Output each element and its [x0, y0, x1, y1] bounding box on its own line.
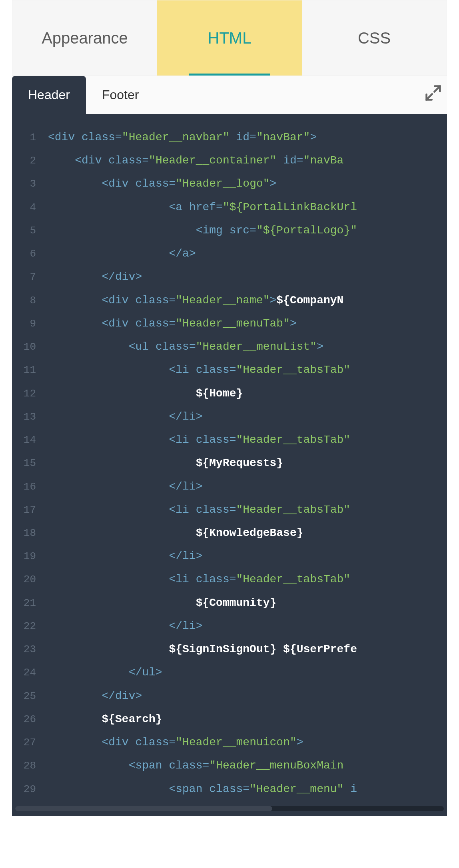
tab-appearance[interactable]: Appearance	[12, 0, 157, 76]
line-number: 3	[12, 173, 48, 195]
line-number: 9	[12, 313, 48, 334]
code-line[interactable]: 20 <li class="Header__tabsTab"	[12, 568, 447, 591]
horizontal-scrollbar[interactable]	[12, 805, 447, 816]
expand-icon[interactable]	[424, 84, 442, 102]
tab-html[interactable]: HTML	[157, 0, 302, 76]
code-line[interactable]: 5 <img src="${PortalLogo}"	[12, 219, 447, 242]
line-content: </li>	[48, 405, 202, 428]
line-number: 27	[12, 732, 48, 753]
line-content: ${SignInSignOut} ${UserPrefe	[48, 638, 357, 661]
line-number: 20	[12, 569, 48, 590]
line-content: ${MyRequests}	[48, 452, 283, 475]
code-line[interactable]: 27 <div class="Header__menuicon">	[12, 731, 447, 754]
line-number: 29	[12, 778, 48, 800]
code-line[interactable]: 4 <a href="${PortalLinkBackUrl	[12, 196, 447, 219]
code-line[interactable]: 9 <div class="Header__menuTab">	[12, 312, 447, 335]
code-line[interactable]: 23 ${SignInSignOut} ${UserPrefe	[12, 638, 447, 661]
line-number: 16	[12, 476, 48, 498]
line-number: 26	[12, 709, 48, 730]
code-line[interactable]: 12 ${Home}	[12, 382, 447, 405]
line-content: </li>	[48, 475, 202, 498]
code-line[interactable]: 15 ${MyRequests}	[12, 452, 447, 475]
line-content: <li class="Header__tabsTab"	[48, 568, 350, 591]
sub-tab-header[interactable]: Header	[12, 76, 86, 114]
line-content: </div>	[48, 265, 142, 289]
line-number: 15	[12, 452, 48, 474]
line-number: 6	[12, 243, 48, 265]
code-line[interactable]: 25 </div>	[12, 685, 447, 708]
line-content: ${KnowledgeBase}	[48, 522, 303, 545]
code-line[interactable]: 2 <div class="Header__container" id="nav…	[12, 149, 447, 172]
code-line[interactable]: 1<div class="Header__navbar" id="navBar"…	[12, 126, 447, 149]
line-content: <img src="${PortalLogo}"	[48, 219, 357, 242]
code-line[interactable]: 11 <li class="Header__tabsTab"	[12, 358, 447, 382]
code-editor[interactable]: 1<div class="Header__navbar" id="navBar"…	[12, 114, 447, 816]
code-line[interactable]: 29 <span class="Header__menu" i	[12, 778, 447, 801]
line-content: <div class="Header__logo">	[48, 172, 276, 195]
line-number: 4	[12, 197, 48, 218]
line-number: 11	[12, 359, 48, 381]
line-number: 28	[12, 755, 48, 776]
code-line[interactable]: 13 </li>	[12, 405, 447, 428]
sub-tabs: Header Footer	[12, 76, 447, 114]
line-content: <div class="Header__menuicon">	[48, 731, 303, 754]
code-line[interactable]: 8 <div class="Header__name">${CompanyN	[12, 289, 447, 312]
line-number: 24	[12, 662, 48, 683]
line-content: ${Community}	[48, 591, 276, 615]
line-content: ${Home}	[48, 382, 243, 405]
line-content: <li class="Header__tabsTab"	[48, 428, 350, 452]
line-number: 8	[12, 290, 48, 311]
line-number: 14	[12, 429, 48, 451]
code-line[interactable]: 28 <span class="Header__menuBoxMain	[12, 754, 447, 777]
code-line[interactable]: 3 <div class="Header__logo">	[12, 172, 447, 195]
line-content: <div class="Header__menuTab">	[48, 312, 297, 335]
line-content: </div>	[48, 685, 142, 708]
line-content: </ul>	[48, 661, 162, 684]
code-line[interactable]: 21 ${Community}	[12, 591, 447, 615]
line-content: </a>	[48, 242, 196, 265]
main-tabs: Appearance HTML CSS	[12, 0, 447, 76]
line-content: <ul class="Header__menuList">	[48, 335, 323, 358]
code-line[interactable]: 14 <li class="Header__tabsTab"	[12, 428, 447, 452]
line-number: 12	[12, 383, 48, 404]
code-line[interactable]: 22 </li>	[12, 615, 447, 638]
line-content: ${Search}	[48, 708, 162, 731]
line-content: </li>	[48, 615, 202, 638]
code-line[interactable]: 17 <li class="Header__tabsTab"	[12, 498, 447, 522]
line-number: 19	[12, 545, 48, 567]
sub-tab-footer[interactable]: Footer	[86, 76, 155, 114]
line-number: 17	[12, 499, 48, 521]
code-line[interactable]: 18 ${KnowledgeBase}	[12, 522, 447, 545]
line-number: 7	[12, 266, 48, 288]
line-number: 22	[12, 615, 48, 637]
line-number: 18	[12, 522, 48, 544]
line-number: 23	[12, 639, 48, 660]
line-number: 2	[12, 150, 48, 171]
line-number: 10	[12, 336, 48, 358]
line-number: 1	[12, 127, 48, 148]
line-content: <span class="Header__menu" i	[48, 778, 357, 801]
line-content: <div class="Header__navbar" id="navBar">	[48, 126, 317, 149]
line-content: </li>	[48, 545, 202, 568]
tab-css[interactable]: CSS	[302, 0, 447, 76]
line-number: 5	[12, 220, 48, 241]
line-number: 13	[12, 406, 48, 428]
line-content: <a href="${PortalLinkBackUrl	[48, 196, 357, 219]
line-content: <li class="Header__tabsTab"	[48, 498, 350, 522]
code-line[interactable]: 19 </li>	[12, 545, 447, 568]
line-content: <div class="Header__container" id="navBa	[48, 149, 343, 172]
line-number: 25	[12, 685, 48, 707]
code-line[interactable]: 10 <ul class="Header__menuList">	[12, 335, 447, 358]
line-content: <li class="Header__tabsTab"	[48, 358, 350, 382]
code-line[interactable]: 24 </ul>	[12, 661, 447, 684]
line-number: 21	[12, 592, 48, 614]
code-line[interactable]: 16 </li>	[12, 475, 447, 498]
code-line[interactable]: 6 </a>	[12, 242, 447, 265]
code-line[interactable]: 26 ${Search}	[12, 708, 447, 731]
code-line[interactable]: 7 </div>	[12, 265, 447, 289]
line-content: <span class="Header__menuBoxMain	[48, 754, 343, 777]
line-content: <div class="Header__name">${CompanyN	[48, 289, 343, 312]
